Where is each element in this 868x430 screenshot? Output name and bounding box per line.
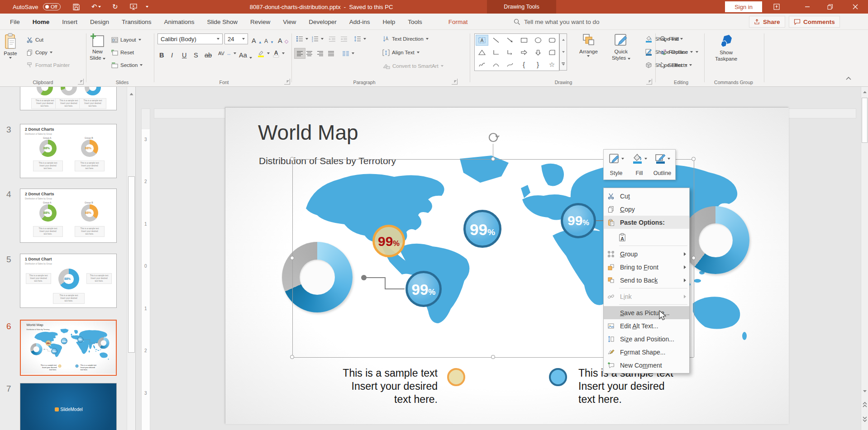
section-button[interactable]: Section (111, 60, 143, 71)
scroll-down-button[interactable] (861, 386, 868, 396)
sign-in-button[interactable]: Sign in (725, 1, 762, 12)
badge-atlantic[interactable]: 99% (463, 210, 501, 248)
paste-button[interactable]: Paste (4, 33, 17, 59)
minimize-button[interactable] (797, 0, 817, 14)
context-menu-item-new-comment[interactable]: New Comment (604, 359, 689, 372)
highlight-color-button[interactable] (257, 48, 270, 59)
mini-outline-button[interactable]: Outline (651, 151, 674, 178)
ribbon-display-options-button[interactable] (767, 0, 787, 14)
columns-button[interactable] (342, 48, 354, 59)
tab-insert[interactable]: Insert (56, 19, 84, 25)
comments-button[interactable]: Comments (789, 16, 840, 28)
editor-scroll-thumb[interactable] (862, 98, 868, 143)
style-dropdown[interactable] (621, 158, 624, 160)
align-right-button[interactable] (317, 48, 324, 59)
align-text-button[interactable]: Align Text (382, 47, 420, 58)
legend-circle-orange[interactable] (447, 368, 465, 386)
tab-transitions[interactable]: Transitions (115, 19, 158, 25)
slide-title[interactable]: World Map (26, 323, 43, 327)
select-button[interactable]: Select (660, 60, 687, 71)
slide-canvas[interactable]: World Map Distribution of Sales by Terro… (225, 107, 788, 424)
badge-mexico[interactable]: 99% (372, 225, 405, 257)
scroll-up-button[interactable] (861, 87, 868, 97)
shape-rounded-rectangle[interactable] (546, 35, 558, 46)
tab-animations[interactable]: Animations (158, 19, 201, 25)
restore-button[interactable] (820, 0, 840, 14)
clear-formatting-button[interactable]: A◇ (278, 33, 288, 44)
outline-dropdown[interactable] (668, 158, 670, 160)
context-menu-item-send-to-back[interactable]: Send to Back (604, 274, 689, 287)
thumbnail-slide-3[interactable]: 2 Donut Charts Distribution of Sales by … (20, 124, 117, 178)
start-slideshow-button[interactable] (129, 0, 138, 14)
shape-line[interactable] (490, 35, 502, 46)
context-menu-item-link[interactable]: Link (604, 290, 689, 303)
align-center-button[interactable] (306, 48, 313, 59)
grow-font-button[interactable]: A▲ (252, 33, 262, 44)
shapes-gallery-more[interactable] (560, 58, 567, 70)
redo-button[interactable]: ↻ (112, 0, 118, 14)
tab-format[interactable]: Format (442, 19, 474, 25)
tab-view[interactable]: View (277, 19, 302, 25)
share-button[interactable]: Share (749, 16, 785, 28)
context-menu-item-format-shape[interactable]: Format Shape... (604, 345, 689, 359)
layout-button[interactable]: Layout (111, 34, 141, 45)
replace-button[interactable]: b Replace (660, 47, 698, 57)
thumbnail-slide-2[interactable]: This is a sample text Insert your desire… (20, 87, 117, 110)
font-name-combobox[interactable]: Calibri (Body) (157, 33, 223, 44)
mini-style-button[interactable]: Style (605, 151, 628, 178)
badge-atlantic[interactable]: 99% (61, 338, 67, 344)
decrease-indent-button[interactable] (329, 33, 336, 44)
undo-dropdown[interactable] (98, 6, 101, 8)
legend-circle-orange[interactable] (58, 364, 62, 368)
shape-scribble[interactable] (476, 59, 488, 70)
shape-rectangle[interactable] (518, 35, 530, 46)
shapes-scroll-up[interactable] (560, 34, 567, 46)
bold-button[interactable]: B (159, 48, 164, 59)
thumbnail-slide-5[interactable]: 1 Donut Chart Distribution of Sales by G… (20, 254, 117, 308)
tab-design[interactable]: Design (84, 19, 115, 25)
line-spacing-button[interactable] (354, 33, 366, 44)
shape-star[interactable]: ☆ (546, 59, 558, 70)
copy-button[interactable]: Copy (26, 47, 52, 58)
font-size-combobox[interactable]: 24 (224, 33, 248, 44)
thumbnail-scroll-thumb[interactable] (128, 176, 135, 353)
autosave-toggle[interactable]: Off (43, 0, 61, 14)
caption-left[interactable]: This is a sample text Insert your desire… (302, 367, 438, 406)
caption-left[interactable]: This is a sample text Insert your desire… (34, 364, 57, 371)
context-menu-paste-keep-text-only[interactable]: A (604, 229, 689, 244)
undo-button[interactable]: ↶ (91, 0, 101, 14)
previous-slide-button[interactable] (861, 400, 868, 410)
text-shadow-button[interactable]: S (194, 48, 198, 59)
thumbnail-slide-4[interactable]: 2 Donut Charts Distribution of Sales by … (20, 189, 117, 243)
drawing-dialog-launcher[interactable] (646, 79, 652, 85)
tab-file[interactable]: File (4, 19, 26, 25)
font-color-button[interactable]: A (272, 48, 285, 59)
shrink-font-button[interactable]: A▼ (264, 33, 274, 44)
quick-styles-button[interactable]: Quick Styles (612, 33, 630, 61)
tab-review[interactable]: Review (244, 19, 277, 25)
customize-qat-dropdown[interactable] (146, 0, 148, 14)
thumbnail-scrollbar[interactable] (127, 87, 136, 430)
donut-chart-left[interactable] (30, 343, 42, 355)
tab-developer[interactable]: Developer (302, 19, 343, 25)
tab-tools[interactable]: Tools (401, 19, 429, 25)
thumbnail-scroll-up[interactable] (129, 90, 134, 98)
mini-fill-button[interactable]: Fill (628, 151, 651, 178)
bullets-button[interactable] (296, 33, 308, 44)
caption-right[interactable]: This is a sample text Insert your desire… (81, 364, 104, 371)
convert-to-smartart-button[interactable]: Convert to SmartArt (382, 61, 444, 71)
context-menu-item-copy[interactable]: Copy (604, 203, 689, 216)
context-menu-item-save-as-picture[interactable]: Save as Picture... (604, 306, 689, 319)
tab-home[interactable]: Home (26, 19, 56, 25)
format-painter-button[interactable]: Format Painter (26, 60, 70, 71)
tab-help[interactable]: Help (377, 19, 402, 25)
shape-right-brace[interactable]: } (532, 59, 544, 70)
badge-south-america[interactable]: 99% (405, 271, 442, 307)
save-button[interactable] (72, 0, 80, 14)
tab-add-ins[interactable]: Add-ins (343, 19, 377, 25)
badge-asia[interactable]: 99% (77, 337, 83, 343)
context-menu-item-group[interactable]: Group (604, 247, 689, 260)
shape-curve[interactable] (504, 59, 516, 70)
shape-arc[interactable] (490, 59, 502, 70)
shape-block-arrow-down[interactable] (532, 47, 544, 58)
